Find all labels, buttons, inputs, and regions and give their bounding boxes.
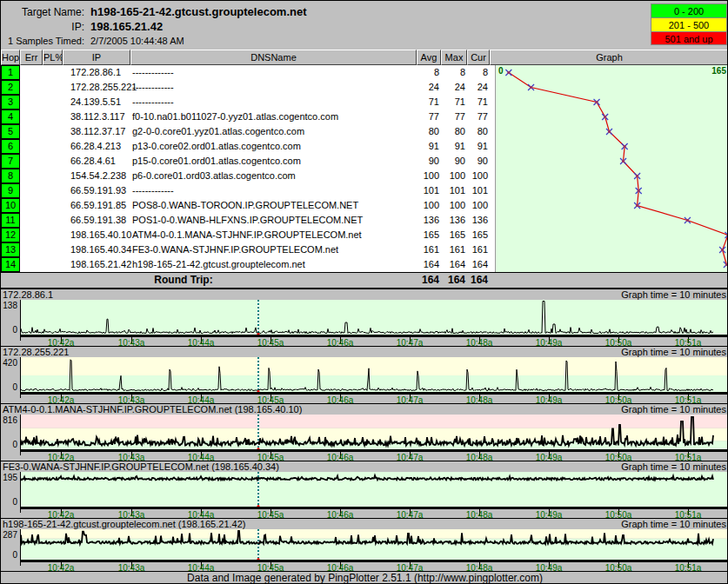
avg-cell: 136 (417, 215, 439, 225)
y-max-label: 287 (1, 530, 17, 540)
legend-item-1: 201 - 500 (651, 17, 727, 31)
hop-marker-dot (624, 145, 626, 148)
timeline-title: 172.28.86.1 (3, 289, 53, 300)
hop-marker-dot (604, 116, 606, 118)
trace-row-hop-5[interactable]: 538.112.37.17g2-0-0.core01.yyz01.atlas.c… (1, 124, 490, 139)
avg-cell: 91 (417, 141, 439, 151)
dns-cell: POS1-0-0.WANB-HLFXNS.IP.GROUPTELECOM.NET (132, 215, 363, 225)
hop-number-cell[interactable]: 8 (1, 169, 20, 183)
graph-time-label: Graph time = 10 minutes (621, 347, 726, 357)
timeline-plot-area[interactable] (20, 300, 727, 341)
trace-row-hop-8[interactable]: 8154.54.2.238p6-0.core01.ord03.atlas.cog… (1, 169, 490, 183)
column-header-cur[interactable]: Cur (467, 50, 490, 65)
cur-cell: 100 (467, 200, 488, 210)
ip-cell: 24.139.5.51 (70, 96, 121, 107)
timeline-plot (21, 472, 727, 509)
y-zero-label: 0 (1, 497, 17, 507)
samples-timed-label: 1 Samples Timed: (4, 36, 84, 46)
dns-cell: g2-0-0.core01.yyz01.atlas.cogentco.com (132, 126, 304, 136)
timeline-plot-area[interactable] (20, 529, 727, 566)
trace-row-hop-4[interactable]: 438.112.3.117f0-10.na01.b011027-0.yyz01.… (1, 110, 490, 124)
timeline-plot-area[interactable] (20, 415, 727, 455)
ip-cell: 66.59.191.85 (70, 200, 126, 210)
trace-row-hop-7[interactable]: 766.28.4.61p15-0.core01.ord01.atlas.coge… (1, 154, 490, 169)
latency-legend: 0 - 200201 - 500501 and up (651, 3, 727, 45)
timeline-title: ATM4-0-0.1.MANA-STJHNF.IP.GROUPTELECOM.n… (3, 404, 302, 415)
trace-row-hop-14[interactable]: 14198.165.21.42h198-165-21-42.gtcust.gro… (1, 257, 490, 272)
y-zero-label: 0 (1, 382, 17, 392)
avg-cell: 90 (417, 156, 439, 166)
timeline-plot-area[interactable] (20, 357, 727, 398)
hop-number-cell[interactable]: 1 (1, 65, 20, 80)
column-header-max[interactable]: Max (441, 50, 467, 65)
target-name-value: h198-165-21-42.gtcust.grouptelecom.net (90, 5, 307, 18)
timeline-graph-0: 172.28.86.1Graph time = 10 minutes138030… (1, 289, 728, 346)
ip-cell: 198.165.21.42 (70, 259, 131, 269)
hop-number-cell[interactable]: 4 (1, 110, 20, 124)
cur-cell: 8 (467, 67, 488, 77)
dns-cell: p15-0.core01.ord01.atlas.cogentco.com (132, 156, 301, 166)
hop-marker-dot (638, 189, 640, 192)
target-name-label: Target Name: (4, 6, 84, 18)
avg-cell: 101 (417, 185, 439, 196)
dns-cell: ------------- (132, 67, 174, 77)
hop-number-cell[interactable]: 5 (1, 124, 20, 139)
hop-number-cell[interactable]: 13 (1, 242, 20, 257)
column-header-ip[interactable]: IP (63, 50, 130, 65)
trace-row-hop-11[interactable]: 1166.59.191.38POS1-0-0.WANB-HLFXNS.IP.GR… (1, 213, 490, 228)
ip-cell: 66.28.4.213 (70, 141, 121, 151)
avg-cell: 161 (417, 244, 439, 255)
round-trip-cur: 164 (467, 274, 488, 286)
trace-row-hop-1[interactable]: 1172.28.86.1-------------888 (1, 65, 490, 80)
trace-row-hop-6[interactable]: 666.28.4.213p13-0.core02.ord01.atlas.cog… (1, 139, 490, 154)
avg-cell: 77 (417, 111, 439, 122)
timeline-graph-3: FE3-0.WANA-STJHNF.IP.GROUPTELECOM.net (1… (1, 461, 728, 518)
trace-row-hop-3[interactable]: 324.139.5.51-------------717171 (1, 95, 490, 110)
time-axis (21, 335, 727, 337)
timeline-plot-area[interactable] (20, 472, 727, 513)
ip-value: 198.165.21.42 (90, 20, 163, 33)
column-header-avg[interactable]: Avg (417, 50, 441, 65)
hop-latency-graph[interactable]: 0 165 (495, 65, 728, 272)
hop-number-cell[interactable]: 11 (1, 213, 20, 228)
trace-row-hop-2[interactable]: 2172.28.255.221-------------242424 (1, 80, 490, 95)
dns-cell: POS8-0.WANB-TOROON.IP.GROUPTELECOM.NET (132, 200, 358, 210)
y-max-label: 138 (1, 301, 17, 310)
column-header-pl[interactable]: PL% (43, 50, 63, 65)
graph-time-label: Graph time = 10 minutes (621, 289, 726, 300)
trace-row-hop-9[interactable]: 966.59.191.93-------------101101101 (1, 183, 490, 198)
time-axis (21, 507, 727, 509)
column-header-graph[interactable]: Graph (490, 50, 728, 65)
hop-number-cell[interactable]: 3 (1, 95, 20, 110)
column-header-dnsname[interactable]: DNSName (130, 50, 417, 65)
max-cell: 24 (441, 82, 465, 92)
hop-number-cell[interactable]: 10 (1, 198, 20, 213)
trace-row-hop-13[interactable]: 13198.165.40.34FE3-0.WANA-STJHNF.IP.GROU… (1, 242, 490, 257)
cur-cell: 80 (467, 126, 488, 136)
trace-row-hop-10[interactable]: 1066.59.191.85POS8-0.WANB-TOROON.IP.GROU… (1, 198, 490, 213)
dns-cell: ------------- (132, 96, 174, 107)
timeline-graph-4: h198-165-21-42.gtcust.grouptelecom.net (… (1, 518, 728, 571)
hop-number-cell[interactable]: 2 (1, 80, 20, 95)
trace-row-hop-12[interactable]: 12198.165.40.10ATM4-0-0.1.MANA-STJHNF.IP… (1, 228, 490, 242)
y-zero-label: 0 (1, 325, 17, 335)
cur-cell: 101 (467, 185, 488, 196)
hop-number-cell[interactable]: 7 (1, 154, 20, 169)
max-cell: 136 (441, 215, 465, 225)
graph-time-label: Graph time = 10 minutes (621, 404, 726, 415)
hop-graph-max-label: 165 (711, 66, 726, 76)
hop-number-cell[interactable]: 12 (1, 228, 20, 242)
column-header-hop[interactable]: Hop (1, 50, 20, 65)
hop-number-cell[interactable]: 9 (1, 183, 20, 198)
timeline-title: FE3-0.WANA-STJHNF.IP.GROUPTELECOM.net (1… (3, 461, 279, 472)
round-trip-label: Round Trip: (131, 274, 236, 286)
hop-number-cell[interactable]: 14 (1, 257, 20, 272)
avg-cell: 80 (417, 126, 439, 136)
samples-timed-value: 2/7/2005 10:44:48 AM (90, 36, 184, 46)
pingplotter-window: Target Name: h198-165-21-42.gtcust.group… (0, 0, 728, 584)
hop-number-cell[interactable]: 6 (1, 139, 20, 154)
column-header-err[interactable]: Err (20, 50, 43, 65)
dns-cell: p13-0.core02.ord01.atlas.cogentco.com (132, 141, 301, 151)
hop-marker-dot (636, 204, 638, 207)
avg-cell: 8 (417, 67, 439, 77)
